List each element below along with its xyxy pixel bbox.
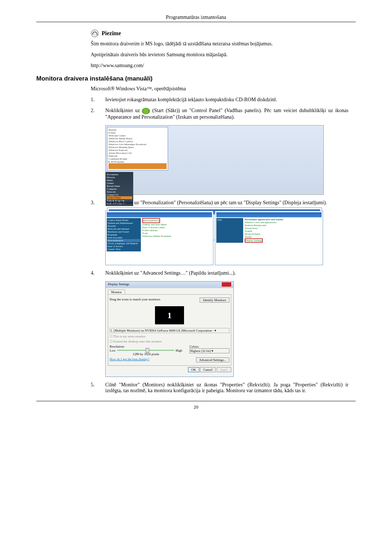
step-3: 3. Noklikšķiniet uz "Personalization" (P… xyxy=(91,200,348,206)
step-5-text: Cilnē "Monitor" (Monitors) noklikšķiniet… xyxy=(105,382,348,394)
start-orb-icon xyxy=(142,108,150,114)
steps-list-cont1: 3. Noklikšķiniet uz "Personalization" (P… xyxy=(91,200,348,206)
device-selector[interactable]: 1. (Multiple Monitors) on NVIDIA GeForce… xyxy=(110,328,229,333)
section-title: Monitora draivera instalēšana (manuāli) xyxy=(36,75,356,82)
colors-dropdown[interactable]: Highest (32 bit) ▾ xyxy=(189,348,229,353)
ok-button[interactable]: OK xyxy=(188,367,199,372)
note-body: Šim monitora draiverim ir MS logo, tādēj… xyxy=(91,41,348,69)
steps-list-cont2: 4. Noklikšķiniet uz "Advanced Settings…"… xyxy=(91,270,348,276)
note-line-2: Apstiprinātais draiveris būs ievietots S… xyxy=(91,52,348,58)
monitor-preview[interactable]: 1 xyxy=(155,306,184,324)
step-2-number: 2. xyxy=(91,108,105,120)
step-1-number: 1. xyxy=(91,97,105,103)
display-settings-title: Display Settings xyxy=(108,282,129,287)
footer-rule xyxy=(36,401,356,401)
extend-desktop-checkbox[interactable]: Extend the desktop onto this monitor xyxy=(113,340,162,343)
steps-list-cont3: 5. Cilnē "Monitor" (Monitors) noklikšķin… xyxy=(91,382,348,394)
note-line-3: http://www.samsung.com/ xyxy=(91,63,348,69)
svg-point-0 xyxy=(91,30,98,37)
note-label: Piezīme xyxy=(102,30,121,37)
close-icon[interactable] xyxy=(222,282,231,287)
step-3-number: 3. xyxy=(91,200,105,206)
mock-start-menu: Internet E-mail Welcome Center Windows M… xyxy=(107,127,168,171)
step-5-number: 5. xyxy=(91,382,105,394)
main-monitor-checkbox[interactable]: This is my main monitor xyxy=(113,335,146,338)
identify-monitors-button[interactable]: Identify Monitors xyxy=(200,297,229,303)
figure-personalization: Control Panel Home System and Maintenanc… xyxy=(105,211,348,265)
note-header: Piezīme xyxy=(91,29,348,37)
mock-personalization-panel: Tasks Personalize appearance and sounds … xyxy=(215,211,323,265)
step-2: 2. Noklikšķiniet uz (Start (Sākt)) un "C… xyxy=(91,108,348,120)
step-5: 5. Cilnē "Monitor" (Monitors) noklikšķin… xyxy=(91,382,348,394)
figure-start-and-control-panel: Internet E-mail Welcome Center Windows M… xyxy=(105,125,348,195)
step-1: 1. Ievietojiet rokasgrāmatas komplektāci… xyxy=(91,97,348,103)
step-4-text: Noklikšķiniet uz "Advanced Settings…" (P… xyxy=(105,270,348,276)
figure-display-settings: Display Settings Monitor Drag the icons … xyxy=(105,281,348,377)
best-display-link[interactable]: How do I get the best display? xyxy=(110,357,149,362)
steps-list: 1. Ievietojiet rokasgrāmatas komplektāci… xyxy=(91,97,348,120)
svg-point-1 xyxy=(92,34,93,34)
colors-label: Colors: xyxy=(189,345,229,348)
page-header: Programmatūras izmantošana xyxy=(36,15,356,20)
resolution-slider[interactable] xyxy=(117,350,175,351)
step-4-number: 4. xyxy=(91,270,105,276)
advanced-settings-button[interactable]: Advanced Settings... xyxy=(196,357,230,362)
cancel-button[interactable]: Cancel xyxy=(200,367,216,372)
note-line-1: Šim monitora draiverim ir MS logo, tādēj… xyxy=(91,41,348,47)
section-intro: Microsoft® Windows Vista™, operētājsistē… xyxy=(91,86,348,92)
header-rule xyxy=(36,22,356,22)
step-2-text: Noklikšķiniet uz (Start (Sākt)) un "Cont… xyxy=(105,108,348,120)
note-block: Piezīme Šim monitora draiverim ir MS log… xyxy=(91,29,348,69)
note-icon xyxy=(91,29,99,37)
apply-button[interactable]: Apply xyxy=(217,367,232,372)
mock-appearance-panel: Control Panel Home System and Maintenanc… xyxy=(105,211,213,265)
step-4: 4. Noklikšķiniet uz "Advanced Settings…"… xyxy=(91,270,348,276)
drag-label: Drag the icons to match your monitors. xyxy=(110,297,161,303)
step-1-text: Ievietojiet rokasgrāmatas komplektācijā … xyxy=(105,97,348,103)
step-3-text: Noklikšķiniet uz "Personalization" (Pers… xyxy=(105,200,348,206)
page-number: 20 xyxy=(36,404,356,410)
monitor-tab[interactable]: Monitor xyxy=(108,290,125,294)
